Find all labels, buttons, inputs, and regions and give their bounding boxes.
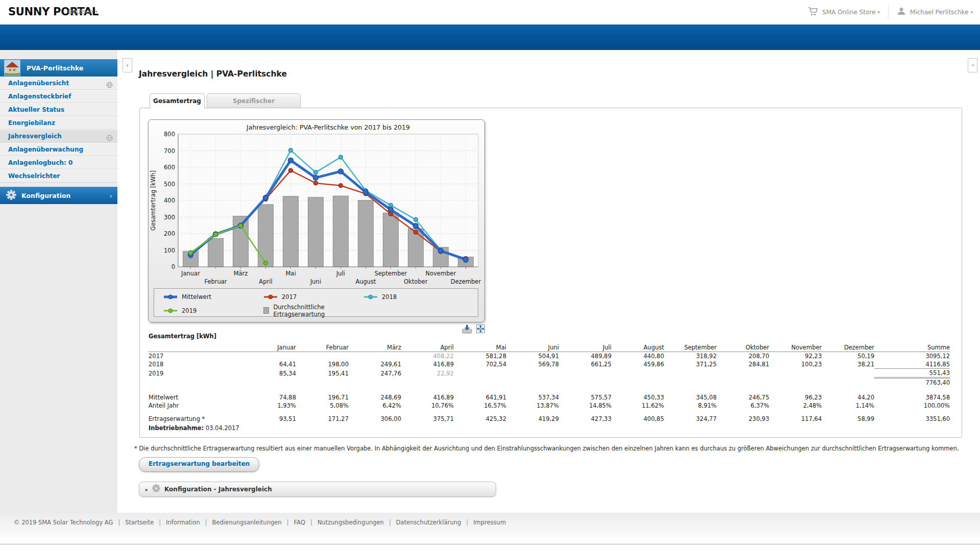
table-cell (559, 378, 611, 387)
table-cell (717, 378, 769, 387)
table-cell: 246,75 (717, 393, 769, 402)
svg-text:700: 700 (164, 147, 175, 155)
sidebar-item-wechselrichter[interactable]: Wechselrichter (0, 169, 117, 183)
svg-text:April: April (259, 278, 272, 285)
table-column-header: April (401, 343, 454, 352)
legend-item-2018: 2018 (363, 292, 478, 302)
svg-text:200: 200 (164, 230, 175, 237)
table-cell (454, 369, 506, 378)
sidebar-item-anlagen-bersicht[interactable]: Anlagenübersicht (0, 77, 117, 90)
chevron-down-icon: ▾ (970, 10, 973, 15)
table-cell: 11,62% (611, 402, 664, 410)
footer-separator: | (159, 519, 161, 526)
table-cell: 1,14% (822, 402, 874, 410)
table-column-header: Oktober (717, 343, 769, 352)
table-row-label: 2017 (149, 352, 243, 361)
sidebar-item-anlagen-berwachung[interactable]: Anlagenüberwachung (0, 143, 117, 156)
sidebar-item-label: Jahresvergleich (8, 133, 62, 140)
table-cell: 10,76% (401, 402, 454, 410)
store-label: SMA Online Store (822, 9, 875, 16)
footer-link-nutzungsbedingungen[interactable]: Nutzungsbedingungen (317, 519, 384, 526)
sidebar-plant-header[interactable]: PVA-Perlitschke (0, 59, 117, 77)
table-cell: 247,76 (349, 369, 401, 378)
table-row-label (149, 378, 243, 387)
page-bottom-divider (0, 544, 980, 544)
table-cell: 3095,12 (874, 352, 950, 361)
table-row-label: Anteil Jahr (149, 402, 243, 410)
table-row-mittelwert: Mittelwert74,88196,71248,69416,89641,915… (149, 393, 950, 402)
yield-table: JanuarFebruarMärzAprilMaiJuniJuliAugustS… (149, 343, 950, 423)
svg-text:Mai: Mai (285, 270, 296, 277)
sidebar-item-energiebilanz[interactable]: Energiebilanz (0, 116, 117, 130)
footer-link-datenschutzerkl-rung[interactable]: Datenschutzerklärung (396, 519, 461, 526)
sidebar-item-jahresvergleich[interactable]: Jahresvergleich (0, 130, 117, 143)
table-cell: 427,33 (559, 415, 611, 423)
table-cell (822, 369, 874, 378)
table-cell: 425,32 (454, 415, 506, 423)
table-column-header: November (769, 343, 822, 352)
table-cell: 4116,85 (874, 360, 950, 369)
table-column-header: Januar (243, 343, 296, 352)
tab-gesamtertrag[interactable]: Gesamtertrag (150, 93, 205, 109)
sidebar-item-konfiguration[interactable]: Konfiguration › (0, 187, 117, 204)
svg-text:100: 100 (164, 247, 175, 254)
table-cell (611, 378, 664, 387)
table-cell: 569,78 (506, 360, 559, 369)
user-dropdown[interactable]: Michael Perlitschke▾ (910, 9, 973, 16)
table-cell: 581,28 (454, 352, 506, 361)
table-cell: 324,77 (664, 415, 717, 423)
footer-link-information[interactable]: Information (166, 519, 200, 526)
sidebar-item-anlagenlogbuch-0[interactable]: Anlagenlogbuch: 0 (0, 156, 117, 169)
table-cell: 208,70 (717, 352, 769, 361)
chevron-down-icon: ▾ (877, 10, 880, 15)
table-column-header: Februar (296, 343, 349, 352)
legend-item-2017: 2017 (263, 292, 363, 302)
svg-text:800: 800 (164, 131, 175, 138)
footer-link-startseite[interactable]: Startseite (125, 519, 154, 526)
table-column-header: März (349, 343, 401, 352)
configuration-panel-toggle[interactable]: ▸ Konfiguration - Jahresvergleich (139, 482, 496, 497)
cart-icon (808, 7, 818, 18)
table-cell: 44,20 (822, 393, 874, 402)
scroll-top-button[interactable]: › (968, 58, 977, 72)
sidebar-item-aktueller-status[interactable]: Aktueller Status (0, 103, 117, 116)
brand-banner (0, 24, 980, 50)
table-row-2019: 201985,34195,41247,7622,92551,43 (149, 369, 950, 378)
table-cell (769, 378, 822, 387)
table-cell: 16,57% (454, 402, 506, 410)
table-cell (717, 369, 769, 378)
table-cell: 702,54 (454, 360, 506, 369)
footer-separator: | (118, 519, 120, 526)
language-dropdown[interactable]: Deutsch▾ (68, 8, 97, 15)
table-cell: 419,29 (506, 415, 559, 423)
footer-link-faq[interactable]: FAQ (294, 519, 305, 526)
table-cell (559, 369, 611, 378)
footer-separator: | (310, 519, 312, 526)
store-dropdown[interactable]: SMA Online Store▾ (822, 9, 880, 16)
table-cell: 416,89 (401, 393, 454, 402)
tab-spezifischer-anlagenertrag[interactable]: Spezifischer Anlagenertrag (207, 93, 301, 108)
footer-separator: | (466, 519, 468, 526)
sidebar-item-anlagensteckbrief[interactable]: Anlagensteckbrief (0, 90, 117, 103)
language-label: Deutsch (68, 8, 93, 15)
svg-text:August: August (355, 278, 376, 285)
table-cell: 64,41 (243, 360, 296, 369)
footer-link-bedienungsanleitungen[interactable]: Bedienungsanleitungen (212, 519, 282, 526)
copyright: © 2019 SMA Solar Technology AG (14, 519, 113, 526)
table-cell (822, 378, 874, 387)
svg-text:Gesamtertrag [kWh]: Gesamtertrag [kWh] (150, 170, 157, 231)
svg-text:Juli: Juli (336, 270, 345, 277)
table-cell (506, 369, 559, 378)
table-column-header: September (664, 343, 717, 352)
table-cell: 306,00 (349, 415, 401, 423)
sidebar-collapse-button[interactable]: ‹ (122, 58, 132, 72)
table-cell (664, 378, 717, 387)
table-cell: 537,34 (506, 393, 559, 402)
footer-link-impressum[interactable]: Impressum (473, 519, 506, 526)
svg-text:November: November (426, 270, 456, 277)
edit-yield-expectation-button[interactable]: Ertragserwartung bearbeiten (139, 457, 259, 472)
table-cell: 575,57 (559, 393, 611, 402)
table-cell: 171,27 (296, 415, 349, 423)
table-cell: 408,22 (401, 352, 454, 361)
svg-text:März: März (234, 270, 248, 277)
